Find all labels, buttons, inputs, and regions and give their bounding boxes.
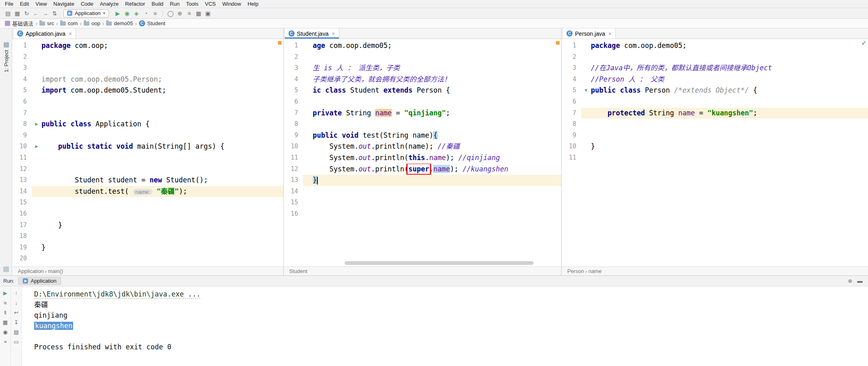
line-number[interactable]: 2 [562,52,581,63]
menu-item-refactor[interactable]: Refactor [122,0,148,7]
menu-item-analyze[interactable]: Analyze [97,0,122,7]
rerun-icon[interactable]: ▶ [0,288,10,298]
editor-breadcrumb-item[interactable]: name [588,268,602,274]
line-number[interactable]: 12 [12,164,32,175]
grid-icon[interactable]: ▦ [194,9,203,17]
profiler-icon[interactable]: ◔ [141,9,150,17]
code-text[interactable]: } [41,242,283,253]
line-number[interactable]: 6 [12,96,32,108]
print-icon[interactable]: ▤ [11,327,21,337]
code-text[interactable] [313,96,561,108]
settings-icon[interactable]: ⊛ [175,9,184,17]
line-number[interactable]: 8 [12,119,32,130]
code-text[interactable]: import com.oop.demo05.Person; [41,74,283,85]
code-text[interactable] [591,152,868,164]
line-number[interactable]: 16 [12,208,32,220]
menu-item-vcs[interactable]: VCS [202,0,219,7]
line-number[interactable]: 11 [562,152,581,164]
menu-item-window[interactable]: Window [219,0,244,7]
line-number[interactable]: 14 [12,186,32,197]
stop-icon[interactable]: ■ [0,298,10,308]
menu-item-code[interactable]: Code [78,0,97,7]
menu-item-navigate[interactable]: Navigate [50,0,77,7]
structure-tool-button[interactable] [3,266,9,272]
code-text[interactable] [41,108,283,119]
editor-application[interactable]: 1package com.oop;234import com.oop.demo0… [12,39,283,266]
line-number[interactable]: 1 [284,40,303,52]
line-number[interactable]: 16 [284,208,303,220]
code-text[interactable]: //Person 人 ： 父类 [591,74,868,85]
line-number[interactable]: 2 [12,52,32,63]
pin-icon[interactable]: ◉ [0,327,10,337]
line-number[interactable]: 19 [12,242,32,253]
line-number[interactable]: 20 [12,253,32,264]
menu-item-edit[interactable]: Edit [17,0,32,7]
menu-item-build[interactable]: Build [148,0,167,7]
search-icon[interactable]: ◯ [166,9,175,17]
editor-breadcrumb-item[interactable]: main() [48,268,63,274]
code-text[interactable] [41,52,283,63]
save-all-icon[interactable]: ▦ [13,9,22,17]
line-number[interactable]: 4 [12,74,32,85]
line-number[interactable]: 5 [562,85,581,96]
code-text[interactable] [41,152,283,164]
tab-person-java[interactable]: C Person.java × [562,28,616,39]
subclassed-gutter-icon[interactable]: ▼ [581,85,591,96]
sync-icon[interactable]: ↻ [22,9,31,17]
close-icon[interactable]: × [69,30,72,37]
line-number[interactable]: 3 [284,63,303,74]
line-number[interactable]: 5 [12,85,32,96]
run-gutter-icon[interactable]: ▶ [32,141,41,152]
line-number[interactable]: 9 [562,130,581,141]
line-number[interactable]: 7 [12,108,32,119]
code-text[interactable]: package com.oop; [41,40,283,52]
code-text[interactable]: System.out.println(super.name); //kuangs… [313,164,561,175]
code-text[interactable] [41,231,283,242]
code-text[interactable]: 生 is 人 ： 派生类，子类 [313,63,561,74]
line-number[interactable]: 3 [12,63,32,74]
editor-student[interactable]: 1age com.oop.demo05;23生 is 人 ： 派生类，子类4子类… [284,39,561,266]
code-text[interactable]: ic class Student extends Person { [313,85,561,96]
code-text[interactable]: System.out.println(this.name); //qinjian… [313,152,561,164]
line-number[interactable]: 2 [284,52,303,63]
code-text[interactable]: //在Java中，所有的类，都默认直接或者间接继承Object [591,63,868,74]
code-text[interactable]: import com.oop.demo05.Student; [41,85,283,96]
project-structure-icon[interactable]: ≡ [184,9,194,17]
code-text[interactable]: public static void main(String[] args) { [41,141,283,152]
code-text[interactable]: protected String name = "kuangshen"; [591,108,868,119]
line-number[interactable]: 11 [284,152,303,164]
code-text[interactable] [41,253,283,264]
breadcrumb-item[interactable]: demo05 [105,20,134,26]
code-text[interactable] [591,119,868,130]
line-number[interactable]: 4 [562,74,581,85]
breadcrumb-item[interactable]: CStudent [138,20,166,26]
editor-breadcrumb-item[interactable]: Student [289,268,308,274]
line-number[interactable]: 1 [562,40,581,52]
line-number[interactable]: 1 [12,40,32,52]
menu-item-run[interactable]: Run [167,0,183,7]
down-stack-icon[interactable]: ↓ [11,298,21,308]
code-text[interactable]: package com.oop.demo05; [591,40,868,52]
tab-student-java[interactable]: C Student.java × [284,28,339,39]
up-stack-icon[interactable]: ↑ [11,288,21,298]
line-number[interactable]: 18 [12,231,32,242]
code-text[interactable] [591,52,868,63]
horizontal-scrollbar[interactable] [345,261,534,265]
run-icon[interactable]: ▶ [113,9,122,17]
hide-panel-icon[interactable]: ▬ [855,276,865,286]
code-text[interactable]: System.out.println(name); //秦疆 [313,141,561,152]
line-number[interactable]: 15 [284,197,303,208]
line-number[interactable]: 17 [12,220,32,231]
code-text[interactable]: private String name = "qinjiang"; [313,108,561,119]
line-number[interactable]: 6 [284,96,303,108]
line-number[interactable]: 8 [284,119,303,130]
code-text[interactable] [591,96,868,108]
menu-item-view[interactable]: View [32,0,50,7]
menu-item-file[interactable]: File [2,0,17,7]
line-number[interactable]: 3 [562,63,581,74]
editor-breadcrumb-item[interactable]: Application [18,268,44,274]
clear-all-icon[interactable]: ▭ [11,337,21,347]
line-number[interactable]: 13 [284,175,303,186]
editor-person[interactable]: 1package com.oop.demo05;23//在Java中，所有的类，… [562,39,868,266]
line-number[interactable]: 10 [12,141,32,152]
